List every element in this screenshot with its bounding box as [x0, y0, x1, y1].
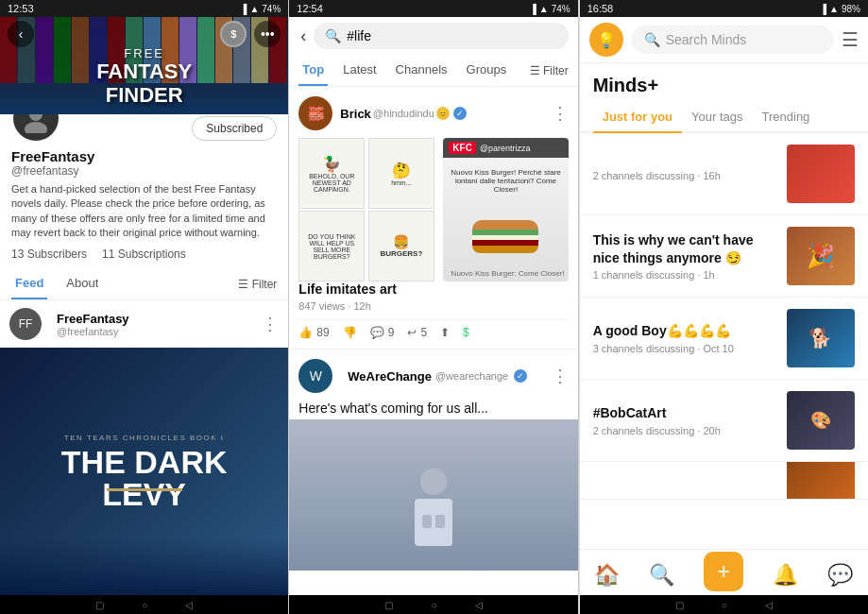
- back-button-p2[interactable]: ‹: [298, 25, 308, 48]
- svg-rect-4: [422, 515, 432, 528]
- post2-name: WeAreChange: [348, 369, 432, 384]
- status-time-p3: 16:58: [587, 3, 614, 14]
- p3-item4-thumb: 🎨: [787, 391, 855, 450]
- android-back[interactable]: ◁: [185, 600, 193, 610]
- subscribers-count[interactable]: 13 Subscribers: [11, 247, 87, 261]
- svg-rect-5: [435, 515, 445, 528]
- tab-your-tags[interactable]: Your tags: [682, 102, 752, 133]
- p3-item1-meta: 2 channels discussing · 16h: [593, 170, 777, 181]
- p2-avatar-brick: 🧱: [298, 96, 332, 130]
- signal-icon: ▐: [240, 4, 247, 14]
- android-square-p3[interactable]: ▢: [675, 600, 684, 610]
- tab-latest[interactable]: Latest: [339, 55, 380, 86]
- ad-description: Nuovo Kiss Burger! Perché stare lontani …: [443, 164, 568, 197]
- search-input-p2[interactable]: #life: [347, 28, 556, 43]
- post2-image: [289, 419, 577, 571]
- tab-groups[interactable]: Groups: [463, 55, 511, 86]
- minds-stack-icon[interactable]: ☰: [842, 28, 859, 51]
- status-time-p1: 12:53: [8, 3, 34, 14]
- share-button-p2[interactable]: ↩ 5: [407, 326, 427, 339]
- ad-overlay: KFC @parentrizza: [443, 138, 568, 158]
- tab-channels[interactable]: Channels: [392, 55, 451, 86]
- home-nav-button[interactable]: 🏠: [594, 563, 620, 588]
- post-user-info: FreeFantasy @freefantasy: [57, 312, 129, 337]
- tip-icon: $: [463, 326, 469, 339]
- p3-list-item-3[interactable]: A good Boy💪💪💪💪 3 channels discussing · O…: [580, 298, 868, 380]
- status-bar-p1: 12:53 ▐ ▲ 74%: [0, 0, 288, 17]
- android-back-p2[interactable]: ◁: [475, 600, 483, 610]
- wifi-icon-p3: ▲: [829, 4, 839, 14]
- meme-4: 🍔 BURGERS?: [368, 211, 434, 281]
- p2-post1-body: 🦆 BEHOLD, OUR NEWEST AD CAMPAIGN. 🤔 hmm.…: [298, 138, 568, 281]
- p2-post2-userinfo: WeAreChange @wearechange ✓: [348, 369, 527, 384]
- p3-item2-text: This is why we can't have nice things an…: [593, 231, 777, 280]
- search-input-wrap[interactable]: 🔍 #life: [314, 23, 568, 49]
- ad-cta: Nuovo Kiss Burger: Come Closer!: [451, 269, 565, 278]
- android-home[interactable]: ○: [142, 600, 147, 610]
- p2-post1-actions: 👍 89 👎 💬 9 ↩ 5 ⬆ $: [298, 319, 568, 339]
- post-more-button-p1[interactable]: ⋮: [262, 314, 279, 334]
- tab-top[interactable]: Top: [298, 55, 328, 86]
- notification-nav-button[interactable]: 🔔: [773, 563, 798, 588]
- post2-image-content: [386, 453, 481, 571]
- smile-badge: 😊: [436, 107, 450, 120]
- post1-name: Brick: [340, 107, 371, 121]
- android-square[interactable]: ▢: [95, 600, 104, 610]
- more-button-p1[interactable]: •••: [254, 21, 281, 47]
- android-home-p3[interactable]: ○: [722, 600, 727, 610]
- status-bar-p2: 12:54 ▐ ▲ 74%: [289, 0, 577, 17]
- meme-3: DO YOU THINK WILL HELP US SELL MORE BURG…: [298, 211, 365, 281]
- post1-more-btn[interactable]: ⋮: [552, 103, 569, 124]
- search-icon-p2: 🔍: [325, 28, 341, 43]
- p2-post1-userinfo: Brick @hindudindu 😊 ✓: [340, 107, 467, 121]
- tab-just-for-you[interactable]: Just for you: [593, 102, 682, 133]
- profile-desc: Get a hand-picked selection of the best …: [11, 182, 277, 241]
- comment-button-p2[interactable]: 💬 9: [370, 326, 395, 339]
- android-square-p2[interactable]: ▢: [384, 600, 393, 610]
- android-back-p3[interactable]: ◁: [765, 600, 773, 610]
- p1-header-bg: ‹ $ ••• FREE FANTASY FINDER: [0, 17, 288, 114]
- subscriptions-count[interactable]: 11 Subscriptions: [102, 247, 186, 261]
- add-nav-button[interactable]: +: [704, 552, 743, 591]
- subscribed-button[interactable]: Subscribed: [192, 116, 277, 141]
- p3-list-item-5[interactable]: [580, 462, 868, 500]
- android-home-p2[interactable]: ○: [431, 600, 436, 610]
- p3-item4-text: #BobCatArt 2 channels discussing · 20h: [593, 404, 777, 435]
- search-nav-button[interactable]: 🔍: [649, 563, 674, 588]
- battery-p1: 74%: [262, 4, 281, 14]
- feed-filter-button[interactable]: ☰ Filter: [238, 278, 278, 291]
- p3-list-item-4[interactable]: #BobCatArt 2 channels discussing · 20h 🎨: [580, 380, 868, 462]
- search-nav-icon: 🔍: [649, 563, 674, 588]
- back-button-p1[interactable]: ‹: [8, 21, 34, 47]
- tab-trending[interactable]: Trending: [753, 102, 820, 133]
- chat-icon: 💬: [827, 563, 853, 588]
- p3-list-item-2[interactable]: This is why we can't have nice things an…: [580, 215, 868, 298]
- p3-item2-title: This is why we can't have nice things an…: [593, 231, 777, 265]
- tab-feed[interactable]: Feed: [11, 268, 47, 299]
- search-icon-p3: 🔍: [644, 32, 660, 47]
- p3-search-bar: 💡 🔍 Search Minds ☰: [580, 17, 868, 63]
- filter-button-p2[interactable]: ☰ Filter: [530, 64, 569, 77]
- ad-logo: KFC: [449, 142, 476, 154]
- burger-visual: [443, 201, 568, 253]
- status-time-p2: 12:54: [297, 3, 323, 14]
- tab-about[interactable]: About: [62, 268, 102, 299]
- verified-badge-1: ✓: [453, 107, 467, 120]
- p2-post1-user: 🧱 Brick @hindudindu 😊 ✓: [298, 96, 467, 130]
- minds-logo-icon: 💡: [589, 23, 623, 57]
- p3-search-input[interactable]: 🔍 Search Minds: [631, 26, 834, 54]
- bell-icon: 🔔: [773, 563, 798, 588]
- p3-item3-meta: 3 channels discussing · Oct 10: [593, 343, 777, 354]
- post2-more-btn[interactable]: ⋮: [552, 366, 569, 386]
- like-button-p2[interactable]: 👍 89: [298, 326, 329, 339]
- chat-nav-button[interactable]: 💬: [827, 563, 853, 588]
- tip-button-p2[interactable]: $: [463, 326, 469, 339]
- share-count: 5: [420, 326, 427, 339]
- upload-button-p2[interactable]: ⬆: [440, 326, 450, 339]
- comment-icon: 💬: [370, 326, 384, 339]
- p3-item3-title: A good Boy💪💪💪💪: [593, 322, 777, 339]
- dislike-button-p2[interactable]: 👎: [343, 326, 357, 339]
- filter-icon-p2: ☰: [530, 64, 540, 77]
- p3-list-item-1[interactable]: 2 channels discussing · 16h: [580, 133, 868, 215]
- post-book-image: TEN TEARS CHRONICLES BOOK I THE DARK LEV…: [0, 348, 288, 595]
